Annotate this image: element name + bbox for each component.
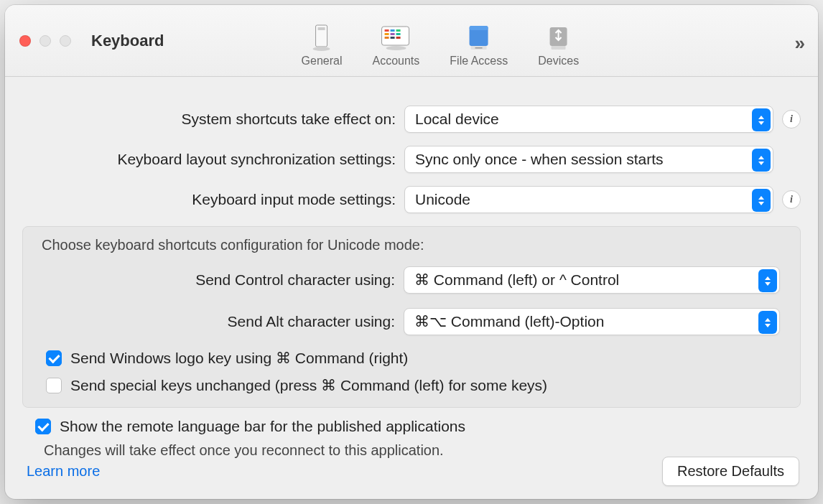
minimize-window-button[interactable] (39, 35, 51, 47)
row-windows-key: Send Windows logo key using ⌘ Command (r… (37, 350, 786, 367)
row-alt-char: Send Alt character using: ⌘⌥ Command (le… (37, 308, 786, 335)
alt-char-label: Send Alt character using: (37, 313, 395, 330)
svg-rect-11 (390, 37, 394, 39)
learn-more-link[interactable]: Learn more (22, 463, 100, 480)
input-mode-label: Keyboard input mode settings: (22, 191, 396, 208)
chevron-updown-icon (758, 311, 777, 334)
row-layout-sync: Keyboard layout synchronization settings… (22, 146, 801, 173)
control-char-label: Send Control character using: (37, 271, 395, 289)
chevron-updown-icon (752, 149, 771, 172)
unicode-mode-group: Choose keyboard shortcuts configuration … (22, 226, 801, 408)
tab-devices[interactable]: Devices (534, 20, 583, 70)
info-button-shortcuts[interactable]: i (782, 110, 801, 129)
titlebar: Keyboard General (5, 5, 818, 77)
tab-devices-label: Devices (538, 55, 579, 67)
layout-sync-label: Keyboard layout synchronization settings… (22, 151, 396, 168)
svg-rect-17 (475, 47, 483, 49)
svg-rect-6 (396, 29, 400, 32)
tab-file-access[interactable]: File Access (445, 20, 512, 70)
toolbar-overflow-button[interactable]: » (795, 32, 805, 55)
control-char-select[interactable]: ⌘ Command (left) or ^ Control (404, 266, 780, 294)
close-window-button[interactable] (19, 35, 31, 47)
tab-accounts-label: Accounts (372, 55, 419, 67)
system-shortcuts-value: Local device (415, 111, 499, 128)
devices-icon (541, 23, 576, 52)
group-title: Choose keyboard shortcuts configuration … (37, 237, 786, 253)
toolbar-tabs: General Accounts (297, 5, 584, 76)
row-system-shortcuts: System shortcuts take effect on: Local d… (22, 106, 801, 133)
window-controls (19, 35, 71, 47)
tab-general[interactable]: General (297, 20, 347, 70)
input-mode-value: Unicode (415, 191, 470, 208)
preferences-window: Keyboard General (5, 5, 818, 499)
content-area: System shortcuts take effect on: Local d… (5, 77, 818, 494)
svg-rect-19 (552, 46, 566, 50)
row-language-bar: Show the remote language bar for the pub… (22, 418, 801, 435)
alt-char-value: ⌘⌥ Command (left)-Option (414, 313, 604, 330)
tab-accounts[interactable]: Accounts (368, 20, 424, 70)
restore-defaults-button[interactable]: Restore Defaults (662, 457, 799, 486)
chevron-updown-icon (752, 108, 771, 131)
general-icon (304, 23, 339, 52)
layout-sync-select[interactable]: Sync only once - when session starts (404, 146, 773, 173)
special-keys-label: Send special keys unchanged (press ⌘ Com… (70, 377, 547, 394)
row-special-keys: Send special keys unchanged (press ⌘ Com… (37, 377, 786, 394)
language-bar-checkbox[interactable] (35, 419, 51, 434)
info-button-input-mode[interactable]: i (782, 190, 801, 209)
windows-key-checkbox[interactable] (46, 350, 62, 366)
tab-file-access-label: File Access (450, 55, 508, 67)
layout-sync-value: Sync only once - when session starts (415, 151, 664, 168)
svg-rect-3 (381, 27, 409, 45)
svg-rect-15 (470, 26, 488, 30)
system-shortcuts-label: System shortcuts take effect on: (22, 111, 396, 128)
svg-point-13 (386, 46, 406, 50)
control-char-value: ⌘ Command (left) or ^ Control (414, 271, 619, 289)
row-input-mode: Keyboard input mode settings: Unicode i (22, 186, 801, 213)
svg-rect-1 (318, 27, 325, 30)
svg-rect-10 (384, 37, 389, 39)
file-access-icon (462, 23, 496, 52)
svg-point-2 (313, 47, 330, 51)
alt-char-select[interactable]: ⌘⌥ Command (left)-Option (404, 308, 780, 335)
system-shortcuts-select[interactable]: Local device (404, 106, 773, 133)
svg-rect-4 (384, 29, 389, 32)
windows-key-label: Send Windows logo key using ⌘ Command (r… (70, 350, 408, 367)
tab-general-label: General (302, 55, 343, 67)
special-keys-checkbox[interactable] (46, 378, 62, 393)
window-title: Keyboard (91, 32, 164, 50)
language-bar-label: Show the remote language bar for the pub… (60, 418, 465, 435)
row-control-char: Send Control character using: ⌘ Command … (37, 266, 786, 294)
maximize-window-button[interactable] (60, 35, 71, 47)
svg-rect-7 (384, 33, 389, 35)
svg-rect-5 (390, 29, 394, 32)
svg-rect-9 (396, 33, 400, 35)
chevron-updown-icon (758, 269, 777, 292)
svg-rect-8 (390, 33, 394, 35)
chevron-updown-icon (752, 189, 771, 212)
input-mode-select[interactable]: Unicode (404, 186, 773, 213)
svg-rect-12 (396, 37, 400, 39)
accounts-icon (378, 23, 413, 52)
